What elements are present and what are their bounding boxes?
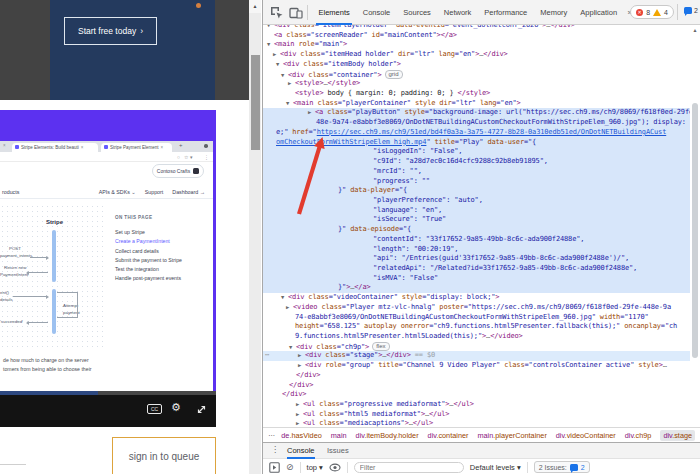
elements-tree-line[interactable]: 48e-9a74-e8abbf3e8069/OnDotNETBuildingAC… — [263, 118, 691, 128]
collapse-arrow-icon[interactable]: ▶ — [298, 351, 305, 361]
breadcrumb-item[interactable]: main — [331, 431, 347, 440]
breadcrumb-item[interactable]: de.hasVideo — [281, 431, 321, 440]
elements-tree-line[interactable]: "relatedApi": "/Related?id=33f17652-9a85… — [263, 264, 691, 274]
devtools-tab-console[interactable]: Console — [356, 0, 397, 25]
breadcrumb-item[interactable]: div.ch9p — [625, 431, 652, 440]
elements-tree-line[interactable]: ▼<div class="container">grid — [263, 70, 691, 80]
resource-link[interactable]: omCheckoutFormWithStripeElem_high.mp4 — [276, 138, 426, 146]
elements-tree-line[interactable]: ▶<ul class="mediacaptions">…</ul> — [263, 419, 691, 427]
devtools-tab-elements[interactable]: Elements — [312, 0, 356, 25]
fullscreen-button[interactable] — [195, 403, 208, 416]
elements-tree-line[interactable]: ▼<div class="itemBody holder"> — [263, 60, 691, 70]
collapse-arrow-icon[interactable]: ▶ — [273, 50, 280, 60]
elements-tree-line[interactable]: }">…</a> — [263, 283, 691, 293]
breadcrumb-item[interactable]: main.playerContainer — [477, 431, 546, 440]
elements-tree-line[interactable]: ▶<a class="playButton" style="background… — [263, 108, 691, 118]
tab-issues[interactable]: Issues — [327, 443, 349, 459]
elements-tree-line[interactable]: ▶<ul class="html5 mediaformat">…</ul> — [263, 410, 691, 420]
devtools-scrollbar-thumb[interactable] — [692, 103, 698, 358]
elements-tree-line[interactable]: "length": "00:20:19", — [263, 245, 691, 255]
expand-arrow-icon[interactable]: ▼ — [286, 99, 293, 109]
elements-tree-line[interactable]: ▼<div class="videoContainer" style="disp… — [263, 293, 691, 303]
inspect-element-icon[interactable] — [270, 6, 284, 20]
elements-tree-line[interactable]: "playerPreference": "auto", — [263, 196, 691, 206]
elements-tree-line[interactable]: "language": "en", — [263, 206, 691, 216]
devtools-scrollbar[interactable]: ▲ — [690, 25, 700, 427]
console-filter-input[interactable] — [354, 462, 464, 473]
error-warning-badge[interactable]: ✕ 8 4 — [630, 5, 674, 19]
collapse-arrow-icon[interactable]: ▶ — [296, 410, 303, 420]
breadcrumb-overflow-icon[interactable]: ⋯ — [268, 431, 275, 440]
page-scrollbar[interactable]: ▲ — [249, 0, 261, 474]
elements-tree-line[interactable]: ▶<div role="group" title="Channel 9 Vide… — [263, 361, 691, 371]
devtools-tab-network[interactable]: Network — [437, 0, 478, 25]
layout-badge[interactable]: grid — [385, 70, 403, 79]
scroll-up-arrow[interactable]: ▲ — [249, 0, 261, 13]
devtools-tab-performance[interactable]: Performance — [478, 0, 534, 25]
settings-gear-button[interactable]: ⚙ — [171, 401, 181, 414]
device-toolbar-icon[interactable] — [289, 6, 303, 20]
elements-tree-line[interactable]: </div> — [263, 371, 691, 381]
scroll-up-arrow[interactable]: ▲ — [690, 25, 700, 35]
devtools-tab-memory[interactable]: Memory — [534, 0, 574, 25]
collapse-arrow-icon[interactable]: ▶ — [296, 400, 303, 410]
expand-arrow-icon[interactable]: ▼ — [276, 60, 283, 70]
devtools-tab-application[interactable]: Application — [574, 0, 624, 25]
elements-tree-line[interactable]: ▶<div class="itemHead holder" dir="ltr" … — [263, 50, 691, 60]
elements-tree-line[interactable]: }" data-player="{ — [263, 186, 691, 196]
issues-badge[interactable]: 2 — [684, 7, 698, 14]
collapse-arrow-icon[interactable]: ▶ — [298, 361, 305, 371]
layout-badge[interactable]: flex — [372, 342, 389, 351]
elements-tree-line[interactable]: ▼<main role="main"> — [263, 40, 691, 50]
elements-tree-line[interactable]: "contentId": "33f17652-9a85-49bb-8c6c-ad… — [263, 235, 691, 245]
expand-arrow-icon[interactable]: ▼ — [267, 40, 274, 50]
breadcrumb-item[interactable]: div.videoContainer — [556, 431, 616, 440]
log-levels-dropdown[interactable]: Default levels ▾ — [470, 463, 521, 472]
elements-tree-line[interactable]: height="658.125" autoplay onerror="ch9.f… — [263, 322, 691, 332]
closed-captions-button[interactable]: CC — [147, 404, 162, 414]
elements-tree-line[interactable]: "progress": "" — [263, 177, 691, 187]
elements-tree-line[interactable]: ▶<video class="Player mtz-vlc-hnalg" pos… — [263, 303, 691, 313]
elements-tree-line[interactable]: ▼<main class="playerContainer" style dir… — [263, 99, 691, 109]
elements-tree-line[interactable]: </div> — [263, 381, 691, 391]
elements-tree-line[interactable]: "api": "/Entries(guid'33f17652-9a85-49bb… — [263, 254, 691, 264]
gutter-dots-icon[interactable]: ⋯ — [265, 351, 269, 361]
elements-tree-line[interactable]: "isSecure": "True" — [263, 215, 691, 225]
elements-tree-line[interactable]: "isMVA": "False" — [263, 274, 691, 284]
elements-tree-line[interactable]: </div> — [263, 390, 691, 400]
elements-tree-line[interactable]: "c9Id": "a28d7ec0c16d4cfc9288c92b8eb9189… — [263, 157, 691, 167]
elements-tree-line[interactable]: <style> body { margin: 0; padding: 0; } … — [263, 89, 691, 99]
collapse-arrow-icon[interactable]: ▶ — [308, 108, 315, 118]
elements-tree-line[interactable]: <a class="screenReader" id="mainContent"… — [263, 31, 691, 41]
issues-counter-button[interactable]: 2 Issues: 2 — [534, 461, 590, 473]
kebab-menu-icon[interactable]: ⋮ — [271, 445, 279, 454]
elements-tree-line[interactable]: 9.functions.html5Presenter.html5Loaded(t… — [263, 332, 691, 342]
tab-console[interactable]: Console — [287, 443, 315, 459]
breadcrumb-item[interactable]: div.stage — [660, 430, 695, 441]
elements-tree-line[interactable]: ▶<style>…</style> — [263, 79, 691, 89]
elements-tree-line[interactable]: omCheckoutFormWithStripeElem_high.mp4" t… — [263, 138, 691, 148]
collapse-arrow-icon[interactable]: ▶ — [288, 79, 295, 89]
elements-tree-line[interactable]: e;" href="https://sec.ch9.ms/ch9/51ed/bd… — [263, 128, 691, 138]
page-scrollbar-thumb[interactable] — [251, 55, 260, 150]
elements-tree-line[interactable]: ▼<div class="ch9p">flex — [263, 342, 691, 352]
breadcrumb-item[interactable]: div.itemBody.holder — [356, 431, 419, 440]
resource-link[interactable]: https://sec.ch9.ms/ch9/51ed/bd4f0a3a-3a7… — [317, 128, 667, 136]
console-sidebar-icon[interactable] — [269, 462, 280, 473]
start-free-today-button[interactable]: Start free today› — [64, 17, 157, 45]
context-dropdown[interactable]: top ▾ — [307, 463, 323, 472]
elements-tree-line[interactable]: }" data-episode="{ — [263, 225, 691, 235]
sign-in-to-queue-button[interactable]: sign in to queue — [112, 437, 216, 474]
devtools-tab-sources[interactable]: Sources — [397, 0, 438, 25]
elements-tree-line[interactable]: "isLoggedIn": "False", — [263, 147, 691, 157]
breadcrumb-item[interactable]: div.container — [428, 431, 469, 440]
eye-icon[interactable] — [329, 463, 341, 472]
collapse-arrow-icon[interactable]: ▶ — [296, 419, 303, 427]
expand-arrow-icon[interactable]: ▼ — [281, 293, 288, 303]
clear-console-icon[interactable]: ⊘ — [286, 463, 294, 472]
elements-tree-line[interactable]: ⋯▶<div class="stage">…</div> == $0 — [263, 351, 691, 361]
elements-tree-line[interactable]: ▶<ul class="progressive mediaformat">…</… — [263, 400, 691, 410]
elements-tree-line[interactable]: "mrcId": "", — [263, 167, 691, 177]
collapse-arrow-icon[interactable]: ▶ — [286, 303, 293, 313]
elements-tree-line[interactable]: 74-e8abbf3e8069/OnDotNETBuildingACustomC… — [263, 313, 691, 323]
